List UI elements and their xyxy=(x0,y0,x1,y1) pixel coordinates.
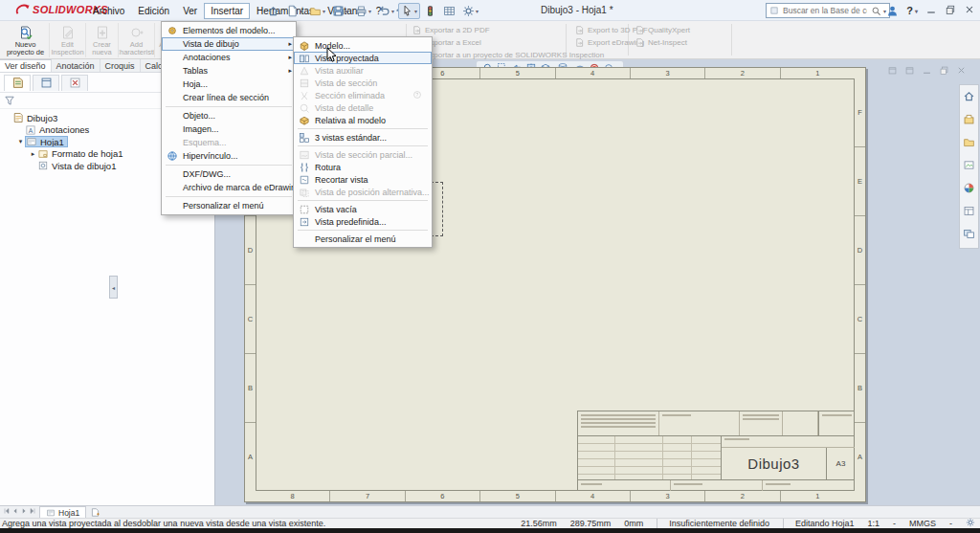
design-library-taskpane-button[interactable] xyxy=(963,112,975,129)
menu-item-label: Relativa al modelo xyxy=(315,116,386,125)
minimize-window-button[interactable] xyxy=(925,2,937,19)
dropdown-caret-icon[interactable]: ▾ xyxy=(345,8,348,14)
rebuild-button[interactable] xyxy=(421,3,439,19)
select-arrow-icon xyxy=(401,5,413,17)
close-window-button[interactable] xyxy=(964,2,975,19)
menu-item-imagen[interactable]: Imagen... xyxy=(162,122,296,136)
home-taskpane-button[interactable] xyxy=(963,89,975,106)
open-button[interactable]: ▾ xyxy=(306,3,328,19)
tree-expand-icon[interactable]: ▸ xyxy=(29,150,37,158)
minimize-doc-button[interactable] xyxy=(922,62,932,79)
menu-item-hipervinculo[interactable]: Hipervínculo... xyxy=(162,149,296,163)
tree-item-label: Vista de dibujo1 xyxy=(52,161,116,171)
title-block-sheet-size: A3 xyxy=(826,448,855,479)
status-value: Editando Hoja1 xyxy=(783,519,855,528)
view-palette-taskpane-button[interactable] xyxy=(963,158,975,175)
featuremanager-tab[interactable] xyxy=(4,75,31,91)
menu-item-hoja[interactable]: Hoja... xyxy=(162,78,296,91)
menu-item-3-vistas-estandar[interactable]: 3 vistas estándar... xyxy=(294,131,432,144)
zone-column-label: 4 xyxy=(556,68,631,78)
menu-item-anotaciones[interactable]: Anotaciones▸ xyxy=(162,51,296,64)
menu-item-tablas[interactable]: Tablas▸ xyxy=(162,64,296,78)
menu-item-modelo[interactable]: Modelo... xyxy=(294,39,432,52)
insert-menu: Elementos del modelo...Vista de dibujo▸A… xyxy=(161,21,297,215)
knowledge-search[interactable]: ▾ xyxy=(766,3,890,18)
menu-item-recortar-vista[interactable]: Recortar vista xyxy=(294,173,432,186)
menu-item-vista-vacia[interactable]: Vista vacía xyxy=(294,203,432,215)
user-account-icon[interactable] xyxy=(886,5,899,17)
menu-item-relativa-al-modelo[interactable]: Relativa al modelo xyxy=(294,114,432,126)
nav-last-button[interactable] xyxy=(29,507,36,517)
menu-edicion[interactable]: Edición xyxy=(131,3,176,19)
help-menu[interactable]: ?▾ xyxy=(906,5,918,16)
menu-item-personalizar-el-menu[interactable]: Personalizar el menú xyxy=(294,233,432,245)
menu-insertar[interactable]: Insertar xyxy=(204,3,250,19)
window-box-doc-button[interactable] xyxy=(904,62,915,79)
menu-item-vista-proyectada[interactable]: Vista proyectada xyxy=(294,52,432,64)
save-button[interactable]: ▾ xyxy=(329,3,351,19)
home-button[interactable] xyxy=(264,3,282,19)
custom-properties-taskpane-button[interactable] xyxy=(963,204,975,221)
search-icon[interactable] xyxy=(871,6,881,16)
alternate-position-icon xyxy=(297,187,311,198)
export-button-label: QualityXpert xyxy=(648,26,690,34)
add-sheet-button[interactable] xyxy=(90,507,100,518)
restore-window-button[interactable] xyxy=(945,2,956,19)
menu-item-elementos-del-modelo[interactable]: Elementos del modelo... xyxy=(162,24,296,37)
menu-item-dxf-dwg[interactable]: DXF/DWG... xyxy=(162,167,296,181)
menu-item-label: Anotaciones xyxy=(183,53,231,62)
nav-prev-button[interactable] xyxy=(11,507,19,517)
auxiliary-view-icon xyxy=(297,65,311,77)
dropdown-caret-icon[interactable]: ▾ xyxy=(414,8,417,14)
file-explorer-taskpane-button[interactable] xyxy=(963,135,975,152)
inspection-edit-icon xyxy=(60,25,76,40)
menu-item-vista-predefinida[interactable]: Vista predefinida... xyxy=(294,215,432,228)
menu-item-rotura[interactable]: Rotura xyxy=(294,161,432,173)
dropdown-caret-icon[interactable]: ▾ xyxy=(476,8,479,14)
menu-item-personalizar-el-menu[interactable]: Personalizar el menú xyxy=(162,199,296,212)
menu-ver[interactable]: Ver xyxy=(176,3,204,19)
print-button[interactable]: ▾ xyxy=(352,3,374,19)
nuevo-proyecto-de-inspeccion-button[interactable]: Nuevo proyecto de inspección xyxy=(2,23,50,57)
menu-item-vista-de-posicion-alternativa: Vista de posición alternativa... xyxy=(294,186,432,198)
dropdown-caret-icon[interactable]: ▾ xyxy=(323,8,325,14)
nav-first-button[interactable] xyxy=(3,507,11,517)
forum-taskpane-button[interactable] xyxy=(963,227,975,244)
menu-item-label: 3 vistas estándar... xyxy=(315,133,387,143)
menu-item-vista-de-dibujo[interactable]: Vista de dibujo▸ xyxy=(162,37,296,51)
nav-next-button[interactable] xyxy=(20,507,28,517)
new-document-button[interactable]: ▾ xyxy=(283,3,305,19)
menu-archivo[interactable]: Archivo xyxy=(86,3,131,19)
appearances-taskpane-button[interactable] xyxy=(963,181,975,198)
propertymanager-tab[interactable] xyxy=(33,75,59,91)
selected-tree-item[interactable]: Hoja1 xyxy=(25,136,68,147)
select-arrow-button[interactable]: ▾ xyxy=(398,3,420,19)
restore-doc-button[interactable] xyxy=(939,62,949,79)
close-doc-button[interactable] xyxy=(956,62,967,79)
tab-anotacion[interactable]: Anotación xyxy=(52,59,100,72)
ribbon-button-label: Edit Inspection Project xyxy=(51,41,84,57)
ribbon-button-label: Nuevo proyecto de inspección xyxy=(3,41,48,57)
menu-item-label: Crear línea de sección xyxy=(183,93,269,102)
predefined-view-icon xyxy=(297,216,311,228)
dropdown-caret-icon[interactable]: ▾ xyxy=(300,8,302,14)
tab-croquis[interactable]: Croquis xyxy=(100,59,141,72)
menu-item-crear-linea-de-seccion[interactable]: Crear línea de sección xyxy=(162,91,296,104)
tab-ver-diseno[interactable]: Ver diseño xyxy=(0,59,52,72)
undo-button[interactable]: ▾ xyxy=(375,3,397,19)
menu-item-objeto[interactable]: Objeto... xyxy=(162,109,296,122)
sheet-zone-columns-bottom: 87654321 xyxy=(256,491,855,501)
dropdown-caret-icon[interactable]: ▾ xyxy=(391,8,394,14)
dropdown-caret-icon[interactable]: ▾ xyxy=(368,8,371,14)
window-box-doc-button[interactable] xyxy=(887,62,898,79)
filter-funnel-icon[interactable] xyxy=(4,95,15,106)
tree-collapse-icon[interactable]: ▾ xyxy=(16,138,25,145)
sheet-tab-hoja1[interactable]: Hoja1 xyxy=(39,506,86,518)
options-gear-button[interactable]: ▾ xyxy=(459,3,481,19)
design-table-button[interactable] xyxy=(440,3,458,19)
menu-item-archivo-de-marca-de-edrawings[interactable]: Archivo de marca de eDrawings xyxy=(162,181,296,194)
panel-collapse-button[interactable]: ◂ xyxy=(109,276,118,299)
configurationmanager-tab[interactable] xyxy=(61,75,88,91)
search-input[interactable] xyxy=(781,5,869,16)
empty-view-icon xyxy=(297,204,311,215)
